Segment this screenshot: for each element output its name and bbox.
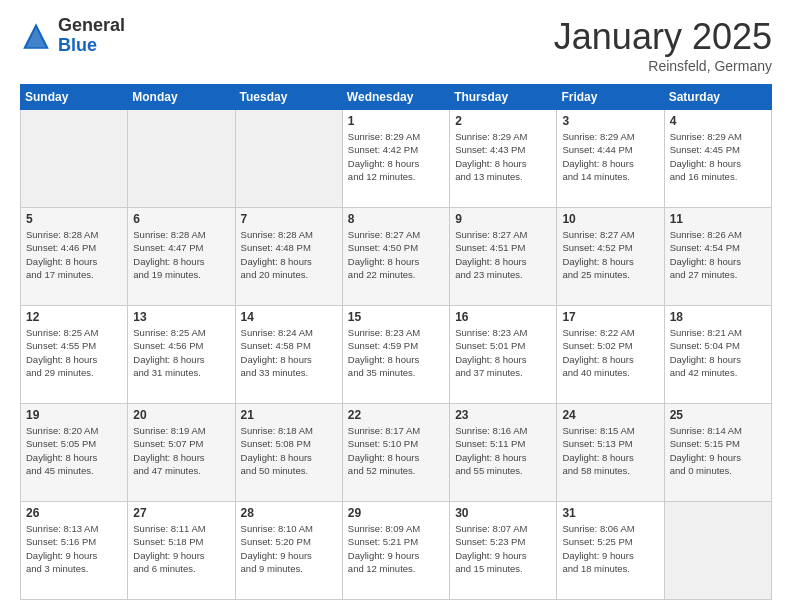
- calendar-cell: 14Sunrise: 8:24 AMSunset: 4:58 PMDayligh…: [235, 306, 342, 404]
- calendar-cell: 10Sunrise: 8:27 AMSunset: 4:52 PMDayligh…: [557, 208, 664, 306]
- calendar-cell: 28Sunrise: 8:10 AMSunset: 5:20 PMDayligh…: [235, 502, 342, 600]
- day-number: 7: [241, 212, 337, 226]
- day-number: 6: [133, 212, 229, 226]
- col-friday: Friday: [557, 85, 664, 110]
- calendar-cell: 11Sunrise: 8:26 AMSunset: 4:54 PMDayligh…: [664, 208, 771, 306]
- calendar-cell: 15Sunrise: 8:23 AMSunset: 4:59 PMDayligh…: [342, 306, 449, 404]
- day-number: 25: [670, 408, 766, 422]
- calendar-cell: 13Sunrise: 8:25 AMSunset: 4:56 PMDayligh…: [128, 306, 235, 404]
- day-number: 13: [133, 310, 229, 324]
- day-number: 12: [26, 310, 122, 324]
- day-number: 31: [562, 506, 658, 520]
- day-info: Sunrise: 8:10 AMSunset: 5:20 PMDaylight:…: [241, 522, 337, 575]
- col-sunday: Sunday: [21, 85, 128, 110]
- day-info: Sunrise: 8:16 AMSunset: 5:11 PMDaylight:…: [455, 424, 551, 477]
- calendar-cell: 5Sunrise: 8:28 AMSunset: 4:46 PMDaylight…: [21, 208, 128, 306]
- calendar-cell: 6Sunrise: 8:28 AMSunset: 4:47 PMDaylight…: [128, 208, 235, 306]
- calendar-cell: [235, 110, 342, 208]
- day-info: Sunrise: 8:09 AMSunset: 5:21 PMDaylight:…: [348, 522, 444, 575]
- day-number: 26: [26, 506, 122, 520]
- calendar-body: 1Sunrise: 8:29 AMSunset: 4:42 PMDaylight…: [21, 110, 772, 600]
- calendar-cell: 19Sunrise: 8:20 AMSunset: 5:05 PMDayligh…: [21, 404, 128, 502]
- day-number: 1: [348, 114, 444, 128]
- week-row-1: 1Sunrise: 8:29 AMSunset: 4:42 PMDaylight…: [21, 110, 772, 208]
- day-number: 9: [455, 212, 551, 226]
- col-tuesday: Tuesday: [235, 85, 342, 110]
- logo-icon: [20, 20, 52, 52]
- day-info: Sunrise: 8:26 AMSunset: 4:54 PMDaylight:…: [670, 228, 766, 281]
- calendar-cell: 9Sunrise: 8:27 AMSunset: 4:51 PMDaylight…: [450, 208, 557, 306]
- col-wednesday: Wednesday: [342, 85, 449, 110]
- calendar-header-row: Sunday Monday Tuesday Wednesday Thursday…: [21, 85, 772, 110]
- logo-text: General Blue: [58, 16, 125, 56]
- day-number: 11: [670, 212, 766, 226]
- day-number: 27: [133, 506, 229, 520]
- day-number: 23: [455, 408, 551, 422]
- day-number: 28: [241, 506, 337, 520]
- calendar-cell: 29Sunrise: 8:09 AMSunset: 5:21 PMDayligh…: [342, 502, 449, 600]
- day-number: 10: [562, 212, 658, 226]
- day-number: 19: [26, 408, 122, 422]
- day-number: 4: [670, 114, 766, 128]
- calendar-cell: 23Sunrise: 8:16 AMSunset: 5:11 PMDayligh…: [450, 404, 557, 502]
- day-info: Sunrise: 8:25 AMSunset: 4:56 PMDaylight:…: [133, 326, 229, 379]
- day-info: Sunrise: 8:19 AMSunset: 5:07 PMDaylight:…: [133, 424, 229, 477]
- calendar-cell: [128, 110, 235, 208]
- col-saturday: Saturday: [664, 85, 771, 110]
- page: General Blue January 2025 Reinsfeld, Ger…: [0, 0, 792, 612]
- calendar-cell: 24Sunrise: 8:15 AMSunset: 5:13 PMDayligh…: [557, 404, 664, 502]
- calendar-cell: 22Sunrise: 8:17 AMSunset: 5:10 PMDayligh…: [342, 404, 449, 502]
- day-info: Sunrise: 8:24 AMSunset: 4:58 PMDaylight:…: [241, 326, 337, 379]
- day-info: Sunrise: 8:29 AMSunset: 4:45 PMDaylight:…: [670, 130, 766, 183]
- header: General Blue January 2025 Reinsfeld, Ger…: [20, 16, 772, 74]
- day-number: 21: [241, 408, 337, 422]
- day-info: Sunrise: 8:27 AMSunset: 4:52 PMDaylight:…: [562, 228, 658, 281]
- col-monday: Monday: [128, 85, 235, 110]
- day-info: Sunrise: 8:29 AMSunset: 4:43 PMDaylight:…: [455, 130, 551, 183]
- day-info: Sunrise: 8:20 AMSunset: 5:05 PMDaylight:…: [26, 424, 122, 477]
- day-info: Sunrise: 8:27 AMSunset: 4:50 PMDaylight:…: [348, 228, 444, 281]
- day-number: 16: [455, 310, 551, 324]
- day-info: Sunrise: 8:28 AMSunset: 4:46 PMDaylight:…: [26, 228, 122, 281]
- day-number: 30: [455, 506, 551, 520]
- logo: General Blue: [20, 16, 125, 56]
- calendar-cell: 1Sunrise: 8:29 AMSunset: 4:42 PMDaylight…: [342, 110, 449, 208]
- week-row-3: 12Sunrise: 8:25 AMSunset: 4:55 PMDayligh…: [21, 306, 772, 404]
- calendar-cell: 31Sunrise: 8:06 AMSunset: 5:25 PMDayligh…: [557, 502, 664, 600]
- calendar-cell: 27Sunrise: 8:11 AMSunset: 5:18 PMDayligh…: [128, 502, 235, 600]
- day-info: Sunrise: 8:29 AMSunset: 4:44 PMDaylight:…: [562, 130, 658, 183]
- calendar-cell: 4Sunrise: 8:29 AMSunset: 4:45 PMDaylight…: [664, 110, 771, 208]
- col-thursday: Thursday: [450, 85, 557, 110]
- day-info: Sunrise: 8:17 AMSunset: 5:10 PMDaylight:…: [348, 424, 444, 477]
- calendar-cell: [21, 110, 128, 208]
- calendar-table: Sunday Monday Tuesday Wednesday Thursday…: [20, 84, 772, 600]
- calendar-cell: 3Sunrise: 8:29 AMSunset: 4:44 PMDaylight…: [557, 110, 664, 208]
- logo-general-text: General: [58, 16, 125, 36]
- day-info: Sunrise: 8:14 AMSunset: 5:15 PMDaylight:…: [670, 424, 766, 477]
- calendar-cell: 20Sunrise: 8:19 AMSunset: 5:07 PMDayligh…: [128, 404, 235, 502]
- day-info: Sunrise: 8:15 AMSunset: 5:13 PMDaylight:…: [562, 424, 658, 477]
- calendar-cell: [664, 502, 771, 600]
- day-info: Sunrise: 8:18 AMSunset: 5:08 PMDaylight:…: [241, 424, 337, 477]
- calendar-cell: 12Sunrise: 8:25 AMSunset: 4:55 PMDayligh…: [21, 306, 128, 404]
- day-number: 5: [26, 212, 122, 226]
- calendar-cell: 18Sunrise: 8:21 AMSunset: 5:04 PMDayligh…: [664, 306, 771, 404]
- day-info: Sunrise: 8:11 AMSunset: 5:18 PMDaylight:…: [133, 522, 229, 575]
- day-number: 8: [348, 212, 444, 226]
- day-info: Sunrise: 8:28 AMSunset: 4:48 PMDaylight:…: [241, 228, 337, 281]
- month-title: January 2025: [554, 16, 772, 58]
- day-number: 22: [348, 408, 444, 422]
- calendar-cell: 25Sunrise: 8:14 AMSunset: 5:15 PMDayligh…: [664, 404, 771, 502]
- calendar-cell: 17Sunrise: 8:22 AMSunset: 5:02 PMDayligh…: [557, 306, 664, 404]
- calendar-cell: 26Sunrise: 8:13 AMSunset: 5:16 PMDayligh…: [21, 502, 128, 600]
- logo-blue-text: Blue: [58, 36, 125, 56]
- day-info: Sunrise: 8:23 AMSunset: 4:59 PMDaylight:…: [348, 326, 444, 379]
- day-number: 2: [455, 114, 551, 128]
- day-number: 20: [133, 408, 229, 422]
- title-block: January 2025 Reinsfeld, Germany: [554, 16, 772, 74]
- day-info: Sunrise: 8:27 AMSunset: 4:51 PMDaylight:…: [455, 228, 551, 281]
- calendar-cell: 16Sunrise: 8:23 AMSunset: 5:01 PMDayligh…: [450, 306, 557, 404]
- calendar-cell: 21Sunrise: 8:18 AMSunset: 5:08 PMDayligh…: [235, 404, 342, 502]
- day-info: Sunrise: 8:28 AMSunset: 4:47 PMDaylight:…: [133, 228, 229, 281]
- calendar-cell: 7Sunrise: 8:28 AMSunset: 4:48 PMDaylight…: [235, 208, 342, 306]
